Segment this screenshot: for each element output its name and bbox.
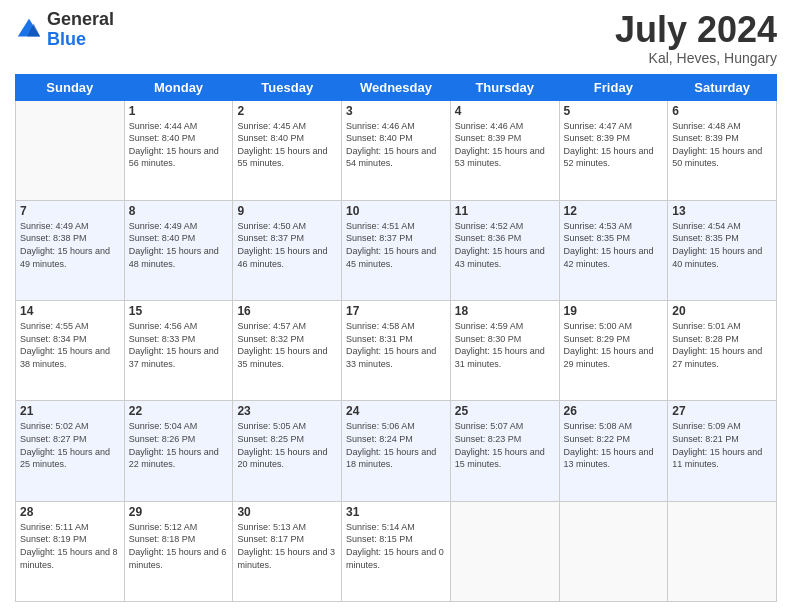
table-row: 8Sunrise: 4:49 AMSunset: 8:40 PMDaylight… bbox=[124, 200, 233, 300]
day-number: 28 bbox=[20, 505, 120, 519]
day-info: Sunrise: 4:44 AMSunset: 8:40 PMDaylight:… bbox=[129, 120, 229, 170]
day-info: Sunrise: 4:53 AMSunset: 8:35 PMDaylight:… bbox=[564, 220, 664, 270]
header-saturday: Saturday bbox=[668, 74, 777, 100]
day-number: 16 bbox=[237, 304, 337, 318]
table-row: 7Sunrise: 4:49 AMSunset: 8:38 PMDaylight… bbox=[16, 200, 125, 300]
table-row: 3Sunrise: 4:46 AMSunset: 8:40 PMDaylight… bbox=[342, 100, 451, 200]
day-number: 15 bbox=[129, 304, 229, 318]
day-number: 30 bbox=[237, 505, 337, 519]
day-info: Sunrise: 4:49 AMSunset: 8:38 PMDaylight:… bbox=[20, 220, 120, 270]
table-row: 31Sunrise: 5:14 AMSunset: 8:15 PMDayligh… bbox=[342, 501, 451, 601]
day-info: Sunrise: 4:48 AMSunset: 8:39 PMDaylight:… bbox=[672, 120, 772, 170]
table-row: 24Sunrise: 5:06 AMSunset: 8:24 PMDayligh… bbox=[342, 401, 451, 501]
table-row: 10Sunrise: 4:51 AMSunset: 8:37 PMDayligh… bbox=[342, 200, 451, 300]
table-row: 25Sunrise: 5:07 AMSunset: 8:23 PMDayligh… bbox=[450, 401, 559, 501]
day-info: Sunrise: 5:14 AMSunset: 8:15 PMDaylight:… bbox=[346, 521, 446, 571]
table-row bbox=[668, 501, 777, 601]
calendar-table: Sunday Monday Tuesday Wednesday Thursday… bbox=[15, 74, 777, 602]
day-number: 10 bbox=[346, 204, 446, 218]
day-number: 25 bbox=[455, 404, 555, 418]
day-info: Sunrise: 4:50 AMSunset: 8:37 PMDaylight:… bbox=[237, 220, 337, 270]
header-sunday: Sunday bbox=[16, 74, 125, 100]
day-number: 26 bbox=[564, 404, 664, 418]
day-info: Sunrise: 5:12 AMSunset: 8:18 PMDaylight:… bbox=[129, 521, 229, 571]
day-number: 2 bbox=[237, 104, 337, 118]
main-title: July 2024 bbox=[615, 10, 777, 50]
table-row: 13Sunrise: 4:54 AMSunset: 8:35 PMDayligh… bbox=[668, 200, 777, 300]
table-row: 17Sunrise: 4:58 AMSunset: 8:31 PMDayligh… bbox=[342, 301, 451, 401]
table-row: 16Sunrise: 4:57 AMSunset: 8:32 PMDayligh… bbox=[233, 301, 342, 401]
day-number: 31 bbox=[346, 505, 446, 519]
table-row: 1Sunrise: 4:44 AMSunset: 8:40 PMDaylight… bbox=[124, 100, 233, 200]
day-number: 23 bbox=[237, 404, 337, 418]
table-row: 4Sunrise: 4:46 AMSunset: 8:39 PMDaylight… bbox=[450, 100, 559, 200]
table-row: 14Sunrise: 4:55 AMSunset: 8:34 PMDayligh… bbox=[16, 301, 125, 401]
day-number: 6 bbox=[672, 104, 772, 118]
logo: General Blue bbox=[15, 10, 114, 50]
day-info: Sunrise: 5:13 AMSunset: 8:17 PMDaylight:… bbox=[237, 521, 337, 571]
day-info: Sunrise: 5:06 AMSunset: 8:24 PMDaylight:… bbox=[346, 420, 446, 470]
logo-text: General Blue bbox=[47, 10, 114, 50]
day-number: 3 bbox=[346, 104, 446, 118]
header-tuesday: Tuesday bbox=[233, 74, 342, 100]
day-info: Sunrise: 5:09 AMSunset: 8:21 PMDaylight:… bbox=[672, 420, 772, 470]
day-number: 13 bbox=[672, 204, 772, 218]
day-info: Sunrise: 5:07 AMSunset: 8:23 PMDaylight:… bbox=[455, 420, 555, 470]
table-row: 28Sunrise: 5:11 AMSunset: 8:19 PMDayligh… bbox=[16, 501, 125, 601]
header: General Blue July 2024 Kal, Heves, Hunga… bbox=[15, 10, 777, 66]
table-row bbox=[559, 501, 668, 601]
day-number: 22 bbox=[129, 404, 229, 418]
table-row: 29Sunrise: 5:12 AMSunset: 8:18 PMDayligh… bbox=[124, 501, 233, 601]
day-number: 29 bbox=[129, 505, 229, 519]
day-info: Sunrise: 4:56 AMSunset: 8:33 PMDaylight:… bbox=[129, 320, 229, 370]
day-number: 1 bbox=[129, 104, 229, 118]
day-number: 17 bbox=[346, 304, 446, 318]
table-row: 5Sunrise: 4:47 AMSunset: 8:39 PMDaylight… bbox=[559, 100, 668, 200]
day-info: Sunrise: 4:51 AMSunset: 8:37 PMDaylight:… bbox=[346, 220, 446, 270]
table-row: 30Sunrise: 5:13 AMSunset: 8:17 PMDayligh… bbox=[233, 501, 342, 601]
day-info: Sunrise: 5:04 AMSunset: 8:26 PMDaylight:… bbox=[129, 420, 229, 470]
day-number: 8 bbox=[129, 204, 229, 218]
day-number: 9 bbox=[237, 204, 337, 218]
day-info: Sunrise: 4:45 AMSunset: 8:40 PMDaylight:… bbox=[237, 120, 337, 170]
table-row: 19Sunrise: 5:00 AMSunset: 8:29 PMDayligh… bbox=[559, 301, 668, 401]
calendar-week-3: 14Sunrise: 4:55 AMSunset: 8:34 PMDayligh… bbox=[16, 301, 777, 401]
day-number: 24 bbox=[346, 404, 446, 418]
day-info: Sunrise: 4:47 AMSunset: 8:39 PMDaylight:… bbox=[564, 120, 664, 170]
table-row: 23Sunrise: 5:05 AMSunset: 8:25 PMDayligh… bbox=[233, 401, 342, 501]
page: General Blue July 2024 Kal, Heves, Hunga… bbox=[0, 0, 792, 612]
day-info: Sunrise: 5:02 AMSunset: 8:27 PMDaylight:… bbox=[20, 420, 120, 470]
day-info: Sunrise: 4:46 AMSunset: 8:40 PMDaylight:… bbox=[346, 120, 446, 170]
table-row: 11Sunrise: 4:52 AMSunset: 8:36 PMDayligh… bbox=[450, 200, 559, 300]
table-row bbox=[450, 501, 559, 601]
table-row: 12Sunrise: 4:53 AMSunset: 8:35 PMDayligh… bbox=[559, 200, 668, 300]
day-info: Sunrise: 4:55 AMSunset: 8:34 PMDaylight:… bbox=[20, 320, 120, 370]
day-number: 18 bbox=[455, 304, 555, 318]
day-info: Sunrise: 5:05 AMSunset: 8:25 PMDaylight:… bbox=[237, 420, 337, 470]
day-info: Sunrise: 4:52 AMSunset: 8:36 PMDaylight:… bbox=[455, 220, 555, 270]
day-info: Sunrise: 5:11 AMSunset: 8:19 PMDaylight:… bbox=[20, 521, 120, 571]
day-number: 12 bbox=[564, 204, 664, 218]
day-info: Sunrise: 4:57 AMSunset: 8:32 PMDaylight:… bbox=[237, 320, 337, 370]
day-number: 27 bbox=[672, 404, 772, 418]
table-row: 2Sunrise: 4:45 AMSunset: 8:40 PMDaylight… bbox=[233, 100, 342, 200]
table-row: 18Sunrise: 4:59 AMSunset: 8:30 PMDayligh… bbox=[450, 301, 559, 401]
day-info: Sunrise: 4:46 AMSunset: 8:39 PMDaylight:… bbox=[455, 120, 555, 170]
day-number: 14 bbox=[20, 304, 120, 318]
day-info: Sunrise: 4:58 AMSunset: 8:31 PMDaylight:… bbox=[346, 320, 446, 370]
calendar-week-4: 21Sunrise: 5:02 AMSunset: 8:27 PMDayligh… bbox=[16, 401, 777, 501]
table-row: 22Sunrise: 5:04 AMSunset: 8:26 PMDayligh… bbox=[124, 401, 233, 501]
table-row: 27Sunrise: 5:09 AMSunset: 8:21 PMDayligh… bbox=[668, 401, 777, 501]
header-monday: Monday bbox=[124, 74, 233, 100]
calendar-week-5: 28Sunrise: 5:11 AMSunset: 8:19 PMDayligh… bbox=[16, 501, 777, 601]
day-number: 7 bbox=[20, 204, 120, 218]
weekday-header-row: Sunday Monday Tuesday Wednesday Thursday… bbox=[16, 74, 777, 100]
title-block: July 2024 Kal, Heves, Hungary bbox=[615, 10, 777, 66]
day-info: Sunrise: 5:08 AMSunset: 8:22 PMDaylight:… bbox=[564, 420, 664, 470]
header-wednesday: Wednesday bbox=[342, 74, 451, 100]
day-number: 4 bbox=[455, 104, 555, 118]
table-row: 9Sunrise: 4:50 AMSunset: 8:37 PMDaylight… bbox=[233, 200, 342, 300]
day-info: Sunrise: 4:54 AMSunset: 8:35 PMDaylight:… bbox=[672, 220, 772, 270]
day-number: 21 bbox=[20, 404, 120, 418]
table-row: 26Sunrise: 5:08 AMSunset: 8:22 PMDayligh… bbox=[559, 401, 668, 501]
